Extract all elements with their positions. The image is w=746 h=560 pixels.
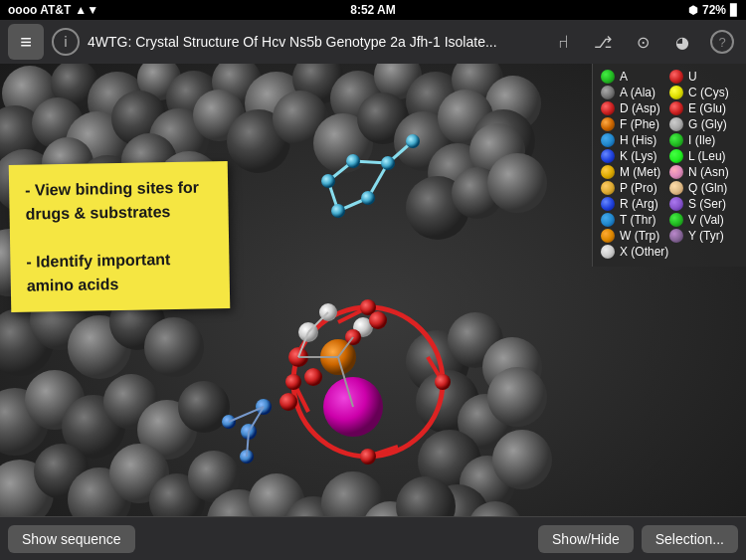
legend-item-Lys: K (Lys) bbox=[601, 149, 669, 163]
legend-item-Other: X (Other) bbox=[601, 245, 675, 259]
legend-row-8: R (Arg) S (Ser) bbox=[601, 197, 738, 211]
wifi-bars: ▲▼ bbox=[75, 3, 98, 17]
legend-dot-His bbox=[601, 133, 615, 147]
legend-label-Leu: L (Leu) bbox=[688, 149, 726, 163]
camera-button[interactable]: ⊙ bbox=[627, 26, 658, 58]
red-atom-2 bbox=[304, 368, 322, 386]
legend-dot-Cys bbox=[669, 86, 683, 99]
legend-item-Arg: R (Arg) bbox=[601, 197, 669, 211]
legend-dot-Lys bbox=[601, 149, 615, 163]
info-button[interactable]: i bbox=[52, 28, 80, 56]
legend-item-Ala: A (Ala) bbox=[601, 86, 669, 99]
legend-dot-Asn bbox=[669, 165, 683, 179]
legend-item-Cys: C (Cys) bbox=[669, 86, 738, 99]
legend-label-Thr: T (Thr) bbox=[620, 213, 655, 227]
legend-dot-Ser bbox=[669, 197, 683, 211]
legend-row-6: M (Met) N (Asn) bbox=[601, 165, 738, 179]
legend-label-His: H (His) bbox=[620, 133, 656, 147]
legend-item-Ser: S (Ser) bbox=[669, 197, 738, 211]
carrier-text: oooo AT&T bbox=[8, 3, 71, 17]
legend-item-Pro: P (Pro) bbox=[601, 181, 669, 195]
svg-point-96 bbox=[435, 374, 451, 390]
help-button[interactable]: ? bbox=[706, 26, 738, 58]
legend-item-Asp: D (Asp) bbox=[601, 101, 669, 115]
show-sequence-button[interactable]: Show sequence bbox=[8, 525, 135, 553]
menu-button[interactable]: ≡ bbox=[8, 24, 44, 60]
legend-dot-Arg bbox=[601, 197, 615, 211]
palette-button[interactable]: ◕ bbox=[666, 26, 698, 58]
legend-label-Phe: F (Phe) bbox=[620, 117, 659, 131]
title-bar: ≡ i 4WTG: Crystal Structure Of Hcv Ns5b … bbox=[0, 20, 746, 64]
legend-item-Phe: F (Phe) bbox=[601, 117, 669, 131]
red-atom-5 bbox=[280, 393, 297, 411]
legend-row-9: T (Thr) V (Val) bbox=[601, 213, 738, 227]
legend-label-Trp: W (Trp) bbox=[620, 229, 659, 243]
legend-label-U: U bbox=[688, 70, 697, 84]
legend-label-Met: M (Met) bbox=[620, 165, 660, 179]
status-bar-left: oooo AT&T ▲▼ bbox=[8, 3, 98, 17]
legend-label-Ala: A (Ala) bbox=[620, 86, 655, 99]
svg-point-86 bbox=[346, 154, 360, 168]
show-hide-button[interactable]: Show/Hide bbox=[538, 525, 634, 553]
legend-dot-Leu bbox=[669, 149, 683, 163]
legend-item-A: A bbox=[601, 70, 669, 84]
legend-label-Val: V (Val) bbox=[688, 213, 724, 227]
share-button[interactable]: ⑁ bbox=[547, 26, 579, 58]
legend-label-Cys: C (Cys) bbox=[688, 86, 729, 99]
status-bar: oooo AT&T ▲▼ 8:52 AM ⬢ 72% ▊ bbox=[0, 0, 746, 20]
legend-dot-Asp bbox=[601, 101, 615, 115]
svg-point-85 bbox=[321, 174, 335, 188]
legend-row-2: D (Asp) E (Glu) bbox=[601, 101, 738, 115]
legend-label-A: A bbox=[620, 70, 628, 84]
legend-dot-Glu bbox=[669, 101, 683, 115]
legend-item-Asn: N (Asn) bbox=[669, 165, 738, 179]
svg-point-84 bbox=[331, 204, 345, 218]
legend-row-11: X (Other) bbox=[601, 245, 738, 259]
question-icon: ? bbox=[710, 30, 734, 54]
legend-item-Gly: G (Gly) bbox=[669, 117, 738, 131]
legend-label-Gln: Q (Gln) bbox=[688, 181, 727, 195]
legend-item-Leu: L (Leu) bbox=[669, 149, 738, 163]
legend-label-Ile: I (Ile) bbox=[688, 133, 715, 147]
svg-point-46 bbox=[144, 317, 204, 377]
svg-point-95 bbox=[360, 449, 376, 465]
legend-item-Val: V (Val) bbox=[669, 213, 738, 227]
legend-item-Tyr: Y (Tyr) bbox=[669, 229, 738, 243]
svg-point-64 bbox=[487, 367, 547, 427]
legend-dot-Phe bbox=[601, 117, 615, 131]
bluetooth-icon: ⬢ bbox=[688, 4, 698, 17]
legend-label-Asp: D (Asp) bbox=[620, 101, 660, 115]
legend-dot-Tyr bbox=[669, 229, 683, 243]
legend-dot-Gln bbox=[669, 181, 683, 195]
legend-label-Other: X (Other) bbox=[620, 245, 668, 259]
legend-label-Pro: P (Pro) bbox=[620, 181, 657, 195]
legend-dot-Trp bbox=[601, 229, 615, 243]
bottom-bar: Show sequence Show/Hide Selection... bbox=[0, 516, 746, 560]
legend-row-3: F (Phe) G (Gly) bbox=[601, 117, 738, 131]
legend-row-10: W (Trp) Y (Tyr) bbox=[601, 229, 738, 243]
selection-button[interactable]: Selection... bbox=[642, 525, 738, 553]
battery-icon: ▊ bbox=[730, 4, 738, 17]
legend-item-Met: M (Met) bbox=[601, 165, 669, 179]
legend-row-4: H (His) I (Ile) bbox=[601, 133, 738, 147]
legend-dot-Ala bbox=[601, 86, 615, 99]
legend-dot-A bbox=[601, 70, 615, 84]
legend-item-Thr: T (Thr) bbox=[601, 213, 669, 227]
note-panel: - View binding sites for drugs & substra… bbox=[9, 161, 231, 312]
legend-item-Trp: W (Trp) bbox=[601, 229, 669, 243]
legend-label-Lys: K (Lys) bbox=[620, 149, 657, 163]
battery-text: 72% bbox=[702, 3, 726, 17]
legend-item-Gln: Q (Gln) bbox=[669, 181, 738, 195]
legend-dot-Ile bbox=[669, 133, 683, 147]
legend-dot-U bbox=[669, 70, 683, 84]
legend-label-Glu: E (Glu) bbox=[688, 101, 726, 115]
camera-icon: ⊙ bbox=[637, 33, 650, 52]
hamburger-icon: ≡ bbox=[20, 31, 32, 54]
legend-dot-Gly bbox=[669, 117, 683, 131]
info-icon: i bbox=[64, 34, 68, 50]
legend-panel: A U A (Ala) C (Cys) D (Asp) bbox=[592, 64, 746, 267]
usb-button[interactable]: ⎇ bbox=[587, 26, 619, 58]
svg-point-52 bbox=[178, 381, 230, 433]
svg-point-67 bbox=[492, 430, 552, 489]
legend-row-7: P (Pro) Q (Gln) bbox=[601, 181, 738, 195]
